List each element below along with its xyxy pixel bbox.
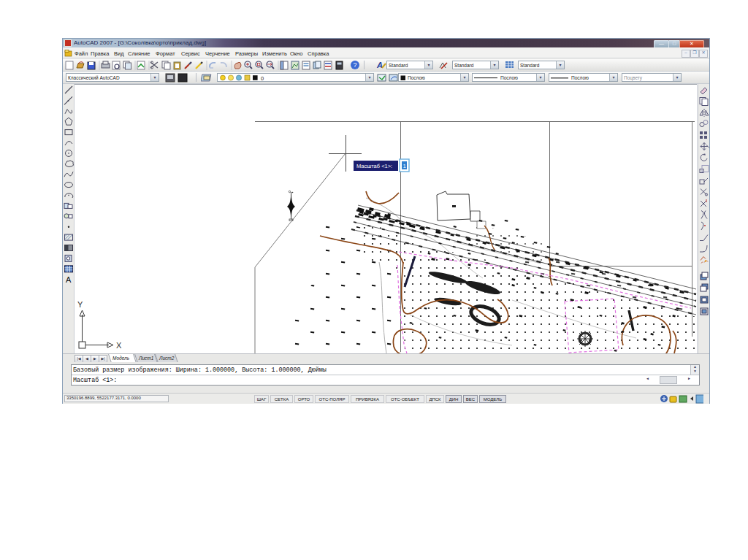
svg-text:A: A — [66, 275, 72, 284]
svg-text:0: 0 — [261, 75, 264, 82]
svg-text:Y: Y — [77, 300, 83, 309]
svg-text:Масштаб <1>:: Масштаб <1>: — [356, 163, 392, 169]
svg-text:X: X — [116, 341, 122, 350]
svg-text:1: 1 — [403, 163, 407, 169]
svg-text:A: A — [376, 61, 383, 69]
svg-text:?: ? — [353, 61, 356, 69]
